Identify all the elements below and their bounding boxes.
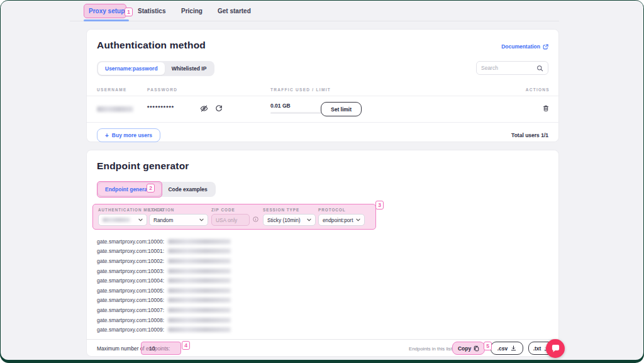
credentials-blurred: [168, 278, 231, 283]
credentials-blurred: [168, 298, 231, 303]
endpoint-row: gate.smartproxy.com:10004:: [97, 276, 231, 286]
show-password-button[interactable]: [200, 104, 208, 113]
total-users-label: Total users 1/1: [511, 132, 548, 138]
screenshot-frame: Proxy setup Statistics Pricing Get start…: [0, 0, 644, 363]
chat-launcher-button[interactable]: [546, 339, 565, 358]
copy-button[interactable]: Copy: [452, 342, 485, 355]
credentials-blurred: [168, 327, 231, 332]
credentials-blurred: [168, 269, 231, 274]
tab-statistics[interactable]: Statistics: [138, 8, 165, 14]
endpoint-host: gate.smartproxy.com:10007:: [97, 307, 164, 313]
filter-authentication-method: AUTHENTICATION METHOD: [98, 208, 147, 226]
chevron-down-icon: [138, 218, 143, 221]
endpoint-title: Endpoint generator: [97, 160, 189, 172]
endpoint-row: gate.smartproxy.com:10003:: [97, 266, 231, 276]
session-type-value: Sticky (10min): [267, 217, 301, 223]
filter-protocol: PROTOCOL endpoint:port: [318, 208, 365, 226]
tab-username-password[interactable]: Username:password: [98, 62, 165, 75]
endpoint-tabs: Endpoint generator Code examples: [97, 182, 216, 197]
active-tab-underline: [84, 20, 129, 21]
credentials-blurred: [168, 249, 231, 254]
authentication-method-select[interactable]: [98, 214, 147, 226]
buy-more-users-button[interactable]: + Buy more users: [97, 128, 160, 142]
credentials-blurred: [168, 308, 231, 313]
endpoint-host: gate.smartproxy.com:10000:: [97, 238, 164, 245]
external-link-icon: [543, 44, 548, 50]
search-box: [476, 61, 548, 75]
endpoint-host: gate.smartproxy.com:10008:: [97, 317, 164, 323]
endpoint-row: gate.smartproxy.com:10001:: [97, 247, 231, 257]
endpoint-row: gate.smartproxy.com:10008:: [97, 315, 231, 325]
filter-label: ZIP CODE: [211, 208, 250, 212]
csv-label: .csv: [497, 345, 508, 352]
protocol-select[interactable]: endpoint:port: [318, 214, 365, 226]
username-blurred: [97, 106, 133, 112]
endpoint-host: gate.smartproxy.com:10009:: [97, 327, 164, 333]
users-table-header: USERNAME PASSWORD TRAFFIC USED / LIMIT A…: [87, 82, 560, 96]
auth-title: Authentication method: [97, 40, 206, 51]
endpoint-host: gate.smartproxy.com:10006:: [97, 297, 164, 303]
annotation-badge-4: 4: [182, 341, 190, 350]
filter-label: SESSION TYPE: [263, 208, 316, 212]
credentials-blurred: [168, 318, 231, 323]
chevron-down-icon: [199, 218, 204, 221]
download-icon: [511, 345, 516, 351]
endpoint-row: gate.smartproxy.com:10002:: [97, 256, 231, 266]
max-endpoints-input[interactable]: [141, 342, 181, 355]
endpoint-generator-card: Endpoint generator Endpoint generator Co…: [86, 150, 559, 357]
annotation-badge-5: 5: [484, 342, 492, 350]
location-value: Random: [153, 217, 173, 223]
endpoint-row: gate.smartproxy.com:10005:: [97, 286, 231, 296]
filter-location: LOCATION Random: [149, 208, 208, 226]
tab-pricing[interactable]: Pricing: [181, 8, 203, 14]
traffic-used-value: 0.01 GB: [270, 103, 291, 109]
auth-method-tabs: Username:password Whitelisted IP: [97, 61, 214, 76]
endpoint-list: gate.smartproxy.com:10000: gate.smartpro…: [97, 237, 231, 335]
set-limit-button[interactable]: Set limit: [321, 102, 362, 116]
col-traffic: TRAFFIC USED / LIMIT: [270, 87, 331, 92]
regenerate-password-button[interactable]: [215, 104, 223, 112]
zip-code-placeholder: USA only: [216, 217, 237, 223]
zip-code-input: USA only: [211, 214, 250, 226]
endpoint-row: gate.smartproxy.com:10007:: [97, 305, 231, 315]
filter-label: LOCATION: [149, 208, 208, 212]
copy-label: Copy: [458, 345, 471, 352]
endpoint-row: gate.smartproxy.com:10000:: [97, 237, 231, 247]
documentation-link[interactable]: Documentation: [501, 43, 548, 50]
tab-proxy-setup[interactable]: Proxy setup: [89, 8, 125, 14]
tab-whitelisted-ip[interactable]: Whitelisted IP: [165, 62, 214, 75]
filter-label: AUTHENTICATION METHOD: [98, 208, 147, 212]
filter-label: PROTOCOL: [318, 208, 365, 212]
top-navigation: Proxy setup Statistics Pricing Get start…: [70, 1, 559, 21]
password-masked: **********: [147, 104, 174, 111]
tab-code-examples[interactable]: Code examples: [161, 183, 214, 196]
chevron-down-icon: [307, 218, 311, 221]
delete-user-icon[interactable]: [542, 104, 550, 113]
tab-get-started[interactable]: Get started: [218, 8, 251, 14]
location-select[interactable]: Random: [149, 214, 208, 226]
traffic-progress-bar: [270, 112, 326, 114]
endpoint-host: gate.smartproxy.com:10001:: [97, 248, 164, 254]
endpoint-row: gate.smartproxy.com:10009:: [97, 325, 231, 335]
endpoint-filters-panel: AUTHENTICATION METHOD LOCATION Random ZI…: [92, 204, 376, 230]
search-input[interactable]: [481, 65, 536, 71]
endpoint-row: gate.smartproxy.com:10006:: [97, 296, 231, 306]
annotation-badge-3: 3: [375, 201, 384, 209]
credentials-blurred: [168, 239, 231, 244]
documentation-label: Documentation: [501, 43, 540, 50]
credentials-blurred: [168, 288, 231, 293]
endpoint-host: gate.smartproxy.com:10002:: [97, 258, 164, 264]
col-password: PASSWORD: [147, 87, 177, 92]
col-username: USERNAME: [97, 87, 127, 92]
annotation-badge-1: 1: [125, 8, 133, 16]
copy-icon: [474, 345, 479, 352]
info-icon[interactable]: [253, 216, 258, 222]
col-actions: ACTIONS: [526, 87, 550, 92]
download-csv-button[interactable]: .csv: [491, 342, 523, 355]
annotation-badge-2: 2: [147, 184, 155, 193]
chat-bubble-icon: [551, 344, 560, 353]
plus-icon: +: [105, 132, 109, 139]
endpoint-host: gate.smartproxy.com:10004:: [97, 277, 164, 284]
session-type-select[interactable]: Sticky (10min): [263, 214, 316, 226]
protocol-value: endpoint:port: [323, 217, 353, 223]
